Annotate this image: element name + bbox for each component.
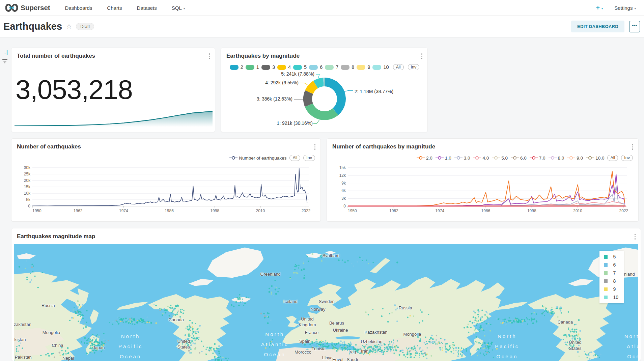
x-tick-label: 1986 xyxy=(165,209,174,213)
map-label-sweden: Sweden xyxy=(319,299,335,305)
all-pill-button[interactable]: All xyxy=(289,155,300,161)
legend-label: 7.0 xyxy=(539,156,545,161)
legend-label: 3.0 xyxy=(464,156,470,161)
legend-item-3.0[interactable]: 3.0 xyxy=(454,156,470,161)
map-label-spain: Spain xyxy=(299,338,310,344)
y-tick-label: 15k xyxy=(339,165,346,170)
map-label-svalbard: Svalbard xyxy=(323,253,340,259)
donut-slice-2[interactable] xyxy=(325,78,346,115)
donut-slice-1[interactable] xyxy=(305,104,338,120)
map-label-china: China xyxy=(52,342,63,349)
series-1.0 xyxy=(348,174,625,206)
world-map[interactable]: North Pacific OceanNorth Atlantic OceanN… xyxy=(14,244,638,361)
chevron-down-icon: ▾ xyxy=(601,7,603,10)
edit-dashboard-button[interactable]: EDIT DASHBOARD xyxy=(571,21,624,32)
dashboard-menu-button[interactable]: ••• xyxy=(629,21,640,32)
x-tick-label: 1962 xyxy=(389,209,398,213)
map-legend-item-5[interactable]: 5 xyxy=(604,254,618,259)
line-chart[interactable]: 05k10k15k20k25k30k1950196219741986199820… xyxy=(17,165,316,216)
series-2.0 xyxy=(348,171,625,206)
big-number-value: 3,053,218 xyxy=(16,76,133,103)
legend-item-8.0[interactable]: 8.0 xyxy=(549,156,564,161)
map-label-kistan: kistan xyxy=(15,337,26,343)
map-legend-item-7[interactable]: 7 xyxy=(604,270,618,276)
donut-label-5: 5: 241k (7.88%) xyxy=(281,71,314,77)
favorite-star-icon[interactable]: ☆ xyxy=(66,23,72,30)
map-legend-item-10[interactable]: 10 xyxy=(604,295,618,300)
legend-item-4.0[interactable]: 4.0 xyxy=(473,156,489,161)
x-tick-label: 1998 xyxy=(210,209,219,213)
inv-pill-button[interactable]: Inv xyxy=(303,155,315,161)
superset-logo[interactable]: Superset xyxy=(5,4,50,12)
series-marker-icon xyxy=(567,156,575,160)
x-tick-label: 1950 xyxy=(32,209,41,213)
expand-filter-bar-icon[interactable]: →| xyxy=(2,50,8,55)
inv-pill-button[interactable]: Inv xyxy=(621,155,633,161)
map-legend-item-8[interactable]: 8 xyxy=(604,278,618,284)
filter-icon[interactable] xyxy=(2,59,8,65)
legend-label: 9 xyxy=(613,286,616,292)
legend-label: 6 xyxy=(613,262,616,268)
chart-options-kebab-icon[interactable] xyxy=(420,52,424,60)
chart-options-kebab-icon[interactable] xyxy=(631,143,635,151)
nav-charts[interactable]: Charts xyxy=(107,5,122,11)
y-tick-label: 3k xyxy=(341,196,346,201)
chart-options-kebab-icon[interactable] xyxy=(313,143,317,151)
legend-swatch xyxy=(604,271,608,275)
nav-datasets[interactable]: Datasets xyxy=(137,5,157,11)
settings-menu[interactable]: Settings▾ xyxy=(614,5,636,11)
legend-item-9.0[interactable]: 9.0 xyxy=(567,156,583,161)
nav-dashboards[interactable]: Dashboards xyxy=(65,5,92,11)
legend-item-2.0[interactable]: 2.0 xyxy=(417,156,432,161)
draft-badge: Draft xyxy=(76,23,94,30)
card-title: Number of earthquakes xyxy=(17,143,81,150)
legend-swatch xyxy=(604,287,608,291)
card-title: Earthquakes by magnitude xyxy=(226,53,300,59)
y-tick-label: 9k xyxy=(341,181,346,186)
legend-label: 8 xyxy=(613,278,616,284)
y-tick-label: 20k xyxy=(24,178,31,183)
y-tick-label: 0 xyxy=(28,204,30,209)
multiline-chart[interactable]: 03k6k9k12k15k195019621974198619982010202… xyxy=(332,165,634,216)
legend-item-10.0[interactable]: 10.0 xyxy=(586,156,604,161)
map-label-egypt: Egypt xyxy=(332,357,343,361)
nav-sql[interactable]: SQL▾ xyxy=(172,5,185,11)
legend-label: 4.0 xyxy=(482,156,489,161)
y-tick-label: 6k xyxy=(341,188,346,193)
donut-label-2: 2: 1.18M (38.77%) xyxy=(355,89,393,94)
legend-label: 7 xyxy=(613,270,616,276)
chart-options-kebab-icon[interactable] xyxy=(634,233,637,241)
legend-label: 6.0 xyxy=(520,156,527,161)
series-marker-icon xyxy=(586,156,594,160)
map-label-france: France xyxy=(305,330,318,336)
legend-item-number-of-earthquakes[interactable]: Number of earthquakes xyxy=(229,156,286,161)
chevron-down-icon: ▾ xyxy=(634,7,636,10)
map-label-russia: Russia xyxy=(399,305,412,311)
y-tick-label: 12k xyxy=(339,173,346,178)
map-label-zakhstan: zakhstan xyxy=(14,322,31,328)
all-pill-button[interactable]: All xyxy=(607,155,618,161)
chart-options-kebab-icon[interactable] xyxy=(208,52,211,60)
donut-chart[interactable]: 2: 1.18M (38.77%)1: 921k (30.16%)3: 386k… xyxy=(221,69,428,130)
legend-item-6.0[interactable]: 6.0 xyxy=(511,156,527,161)
new-item-button[interactable]: +▾ xyxy=(596,4,603,11)
map-label-united-kingdom: United Kingdom xyxy=(299,316,316,328)
card-title: Earthquakes magnitude map xyxy=(17,233,95,240)
x-tick-label: 2022 xyxy=(302,209,311,213)
trend-sparkline xyxy=(14,110,213,128)
map-label-tunisia: Tunisia xyxy=(312,346,326,352)
map-legend-item-6[interactable]: 6 xyxy=(604,262,618,268)
donut-label-3: 3: 386k (12.63%) xyxy=(256,96,292,102)
donut-label-4: 4: 292k (9.55%) xyxy=(265,80,299,85)
donut-label-1: 1: 921k (30.16%) xyxy=(277,120,313,126)
legend-swatch xyxy=(604,255,608,259)
card-title: Total number of earthquakes xyxy=(17,53,95,59)
map-label-canada: Canada xyxy=(168,317,184,323)
legend-item-7.0[interactable]: 7.0 xyxy=(530,156,545,161)
map-label-mongolia: Mongolia xyxy=(43,330,60,336)
series-marker-icon xyxy=(511,156,519,160)
map-legend-item-9[interactable]: 9 xyxy=(604,286,618,292)
legend-item-5.0[interactable]: 5.0 xyxy=(492,156,508,161)
series-marker-icon xyxy=(549,156,557,160)
legend-item-1.0[interactable]: 1.0 xyxy=(436,156,451,161)
